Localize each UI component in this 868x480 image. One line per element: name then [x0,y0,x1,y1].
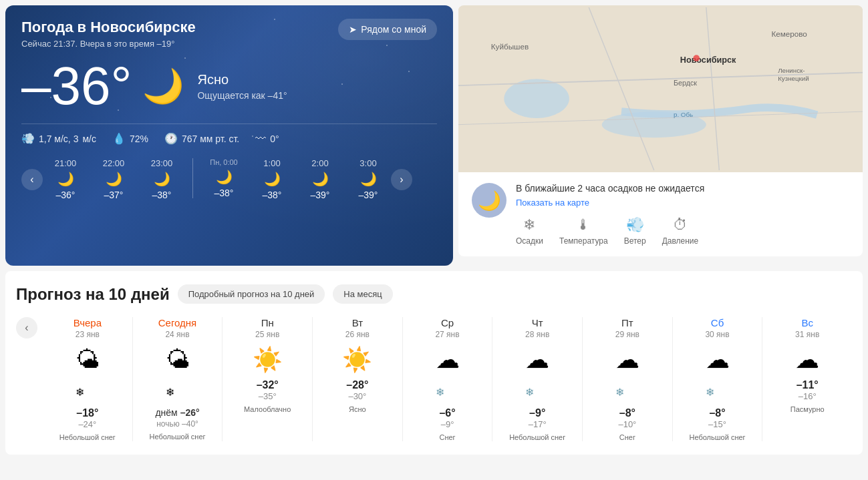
hourly-time: 23:00 [151,158,173,168]
map-icon-temperature[interactable]: 🌡 Температура [559,216,608,246]
day-date-thu: 28 янв [525,330,549,339]
pressure-detail: 🕐 767 мм рт. ст. [164,132,239,145]
day-name-wed: Ср [441,317,454,328]
day-separator [192,158,193,198]
hourly-temp: –36° [56,190,76,200]
precipitation-label: Осадки [516,236,543,246]
hourly-time: 21:00 [55,158,77,168]
day-icon-yesterday: 🌤❄ [76,346,100,402]
day-name-fri: Пт [621,317,633,328]
hourly-prev-button[interactable]: ‹ [21,169,43,190]
month-forecast-button[interactable]: На месяц [333,284,392,304]
svg-text:Кузнецкий: Кузнецкий [778,75,809,82]
precip-moon-icon: 🌙 [472,183,507,218]
day-name-sat: Сб [711,317,724,328]
forecast-prev-button[interactable]: ‹ [16,317,37,338]
pressure-map-icon: ⏱ [673,216,688,234]
svg-point-14 [693,55,700,61]
map-icon-pressure[interactable]: ⏱ Давление [662,216,699,246]
day-icon-sun: ☁ [795,346,819,374]
hourly-item-0: Пн, 0:00 🌙 –38° [204,158,244,200]
hourly-moon-icon: 🌙 [216,169,233,185]
hourly-moon-icon: 🌙 [312,171,329,187]
show-on-map-link[interactable]: Показать на карте [516,198,589,208]
map-icon-wind[interactable]: 💨 Ветер [624,216,646,246]
day-today: Сегодня 24 янв 🌤❄ днём –26° ночью –40° Н… [133,317,223,441]
day-high-mon: –32° [257,379,279,391]
hourly-item-22: 22:00 🌙 –37° [94,158,134,200]
temperature-icon: 🌡 [576,216,591,234]
hourly-time: 1:00 [263,158,280,168]
location-button[interactable]: ➤ Рядом со мной [338,19,437,40]
hourly-next-button[interactable]: › [391,169,412,190]
forecast-title: Прогноз на 10 дней [16,285,170,304]
hourly-temp: –37° [104,190,124,200]
humidity-icon: 💧 [112,132,126,145]
map-icon-precipitation[interactable]: ❄ Осадки [516,216,543,246]
hourly-forecast: 21:00 🌙 –36° 22:00 🌙 –37° 23:00 🌙 –38° П… [45,158,388,200]
day-low-wed: –9° [441,419,454,429]
day-date-mon: 25 янв [255,330,279,339]
svg-text:Ленинск-: Ленинск- [778,67,805,74]
day-label-today: днём [155,407,180,418]
day-mon: Пн 25 янв ☀️ –32° –35° Малооблачно [223,317,313,441]
hourly-moon-icon: 🌙 [57,171,74,187]
day-high-sat: –8° [709,407,725,419]
day-icon-sat: ☁❄ [706,346,730,402]
hourly-time: 22:00 [103,158,125,168]
wind-label: Ветер [624,236,646,246]
day-wed: Ср 27 янв ☁❄ –6° –9° Снег [403,317,493,441]
day-date-tue: 26 янв [345,330,370,339]
current-temperature: –36° [21,59,132,113]
visibility-detail: 〰 0° [255,132,279,145]
hourly-time: 2:00 [311,158,328,168]
day-high-sun: –11° [797,379,819,391]
day-icon-mon: ☀️ [253,346,283,374]
day-thu: Чт 28 янв ☁❄ –9° –17° Небольшой снег [492,317,583,441]
map-container[interactable]: Куйбышев Кемерово Новосибирск Бердск Лен… [458,5,863,172]
wind-map-icon: 💨 [626,216,644,234]
day-date-fri: 29 янв [615,330,639,339]
hourly-item-21: 21:00 🌙 –36° [45,158,86,200]
location-label: Рядом со мной [361,24,426,35]
forecast-days: Вчера 23 янв 🌤❄ –18° –24° Небольшой снег… [43,317,852,441]
day-condition-tue: Ясно [349,405,366,413]
svg-text:Кемерово: Кемерово [771,29,807,38]
day-icon-wed: ☁❄ [436,346,460,402]
feels-like: Ощущается как –41° [197,90,287,101]
hourly-day-label: Пн, 0:00 [210,158,238,166]
day-low-yesterday: –24° [78,419,96,429]
day-yesterday: Вчера 23 янв 🌤❄ –18° –24° Небольшой снег [43,317,133,441]
day-condition-sun: Пасмурно [790,405,825,413]
day-condition-fri: Снег [619,433,635,441]
pressure-icon: 🕐 [164,132,178,145]
precipitation-icon: ❄ [523,216,535,234]
day-low-sun: –16° [799,391,817,401]
forecast-prev-nav: ‹ [16,317,43,338]
temperature-label: Температура [559,236,608,246]
day-high-thu: –9° [529,407,545,419]
humidity-value: 72% [130,134,148,144]
hourly-time: 3:00 [359,158,376,168]
day-high-yesterday: –18° [76,407,98,419]
svg-text:Бердск: Бердск [674,79,697,87]
map-panel: Куйбышев Кемерово Новосибирск Бердск Лен… [458,5,863,266]
day-condition-mon: Малооблачно [244,405,291,413]
hourly-temp: –38° [214,188,234,198]
detailed-forecast-button[interactable]: Подробный прогноз на 10 дней [178,284,325,304]
svg-text:Куйбышев: Куйбышев [491,42,529,51]
day-sat: Сб 30 янв ☁❄ –8° –15° Небольшой снег [673,317,763,441]
day-icon-thu: ☁❄ [525,346,549,402]
hourly-moon-icon: 🌙 [106,171,122,187]
day-sun: Вс 31 янв ☁ –11° –16° Пасмурно [762,317,852,441]
forecast-section: Прогноз на 10 дней Подробный прогноз на … [5,271,863,455]
day-icon-tue: ☀️ [342,346,372,374]
moon-icon: 🌙 [142,67,184,105]
day-date-today: 24 янв [165,330,189,339]
hourly-temp: –38° [263,190,282,200]
hourly-temp: –39° [311,190,330,200]
visibility-icon: 〰 [255,133,266,145]
day-date-sun: 31 янв [795,330,819,339]
day-date-sat: 30 янв [705,330,729,339]
day-low-today: –40° [182,419,198,429]
